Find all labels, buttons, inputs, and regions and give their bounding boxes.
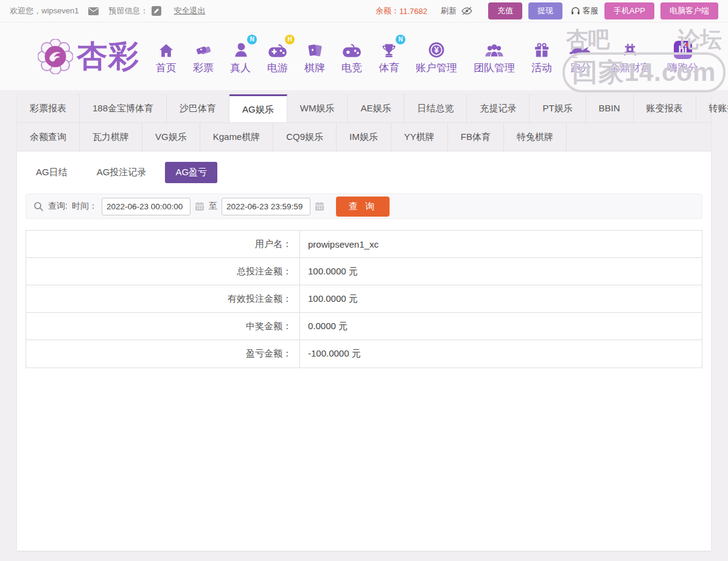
mobile-app-button[interactable]: 手机APP [604, 2, 654, 19]
gift-icon [533, 38, 551, 59]
row-value: 100.0000 元 [300, 258, 702, 285]
nav-item-home[interactable]: 首页 [156, 38, 177, 75]
nav-item-team[interactable]: 团队管理 [474, 38, 515, 75]
table-row: 总投注金额： 100.0000 元 [26, 258, 702, 285]
row-label: 用户名： [26, 231, 300, 257]
tab-vg-entertainment[interactable]: VG娱乐 [142, 123, 200, 151]
tab-yy-boardgames[interactable]: YY棋牌 [391, 123, 448, 151]
ding-icon [621, 38, 639, 59]
envelope-icon[interactable] [88, 7, 99, 15]
query-bar: 查询: 时间： 至 查 询 [26, 193, 702, 219]
nav-item-egames[interactable]: H 电游 [267, 38, 288, 75]
tab-transfer-report[interactable]: 转账报表 [696, 94, 728, 122]
service-label: 客服 [583, 5, 598, 16]
nav-label: 活动 [531, 61, 552, 75]
row-label: 有效投注金额： [26, 285, 300, 312]
tab-cq9-entertainment[interactable]: CQ9娱乐 [273, 123, 337, 151]
tab-wm-entertainment[interactable]: WM娱乐 [287, 94, 348, 122]
main-nav: 首页 彩票 N 真人 H 电游 棋牌 [156, 38, 698, 75]
site-header: 杏彩 首页 彩票 N 真人 H 电游 [0, 23, 728, 90]
trophy-icon: N [380, 38, 398, 59]
logout-link[interactable]: 安全退出 [173, 5, 205, 16]
time-label: 时间： [72, 201, 97, 212]
edit-message-icon[interactable] [152, 6, 161, 16]
tab-pt-entertainment[interactable]: PT娱乐 [530, 94, 586, 122]
tab-188-sports[interactable]: 188金宝博体育 [80, 94, 167, 122]
tab-tetu-boardgames[interactable]: 特兔棋牌 [504, 123, 567, 151]
nav-item-boardgames[interactable]: 棋牌 [304, 38, 325, 75]
tab-deposit-withdraw-log[interactable]: 充提记录 [467, 94, 530, 122]
recharge-button[interactable]: 充值 [488, 2, 522, 19]
query-submit-button[interactable]: 查 询 [336, 197, 390, 217]
refresh-balance-button[interactable]: 刷新 [441, 5, 457, 16]
date-from-input[interactable] [102, 198, 191, 215]
tab-ag-entertainment[interactable]: AG娱乐 [229, 94, 287, 122]
nav-label: 跑分 [570, 61, 591, 75]
subtab-ag-daily[interactable]: AG日结 [26, 162, 78, 183]
row-label: 总投注金额： [26, 258, 300, 285]
nav-label: 金鼎财富 [609, 61, 651, 75]
to-separator: 至 [209, 201, 217, 212]
tab-balance-query[interactable]: 余额查询 [17, 123, 80, 151]
balance-label: 余额： [376, 5, 399, 16]
tab-ae-entertainment[interactable]: AE娱乐 [348, 94, 404, 122]
tab-lottery-report[interactable]: 彩票报表 [17, 94, 80, 122]
table-row: 用户名： prowipseven1_xc [26, 231, 702, 258]
nav-label: 嗨跑分 [667, 61, 698, 75]
tab-saba-sports[interactable]: 沙巴体育 [167, 94, 229, 122]
message-label: 预留信息： [108, 5, 148, 16]
nav-item-account[interactable]: ¥ 账户管理 [416, 38, 457, 75]
site-logo[interactable]: 杏彩 [38, 36, 140, 77]
yuan-coin-icon: ¥ [427, 38, 446, 59]
tab-fb-sports[interactable]: FB体育 [448, 123, 504, 151]
query-label: 查询: [48, 201, 68, 212]
nav-item-paofen[interactable]: 跑分 [569, 38, 593, 75]
balance-value: 11.7682 [399, 7, 427, 16]
customer-service-link[interactable]: 客服 [571, 5, 598, 16]
tab-bbin[interactable]: BBIN [586, 94, 634, 122]
subtab-ag-profit-loss[interactable]: AG盈亏 [165, 162, 217, 183]
report-tabs-row-1: 彩票报表 188金宝博体育 沙巴体育 AG娱乐 WM娱乐 AE娱乐 日结总览 充… [17, 94, 711, 123]
row-value: 100.0000 元 [300, 285, 702, 312]
report-tabs-row-2: 余额查询 瓦力棋牌 VG娱乐 Kgame棋牌 CQ9娱乐 IM娱乐 YY棋牌 F… [17, 123, 711, 152]
calendar-icon[interactable] [195, 201, 205, 211]
nav-item-jinding[interactable]: 金鼎财富 [609, 38, 651, 75]
nav-label: 团队管理 [474, 61, 515, 75]
nav-item-lottery[interactable]: 彩票 [193, 38, 214, 75]
pc-client-button[interactable]: 电脑客户端 [660, 2, 718, 19]
logo-text: 杏彩 [77, 36, 140, 77]
team-icon [485, 38, 504, 59]
subtab-ag-bet-records[interactable]: AG投注记录 [86, 162, 157, 183]
tab-kgame-boardgames[interactable]: Kgame棋牌 [200, 123, 274, 151]
tab-account-change-report[interactable]: 账变报表 [634, 94, 696, 122]
logo-flower-icon [38, 39, 73, 74]
lottery-ticket-icon [194, 38, 212, 59]
table-row: 有效投注金额： 100.0000 元 [26, 285, 702, 313]
rhino-icon [569, 38, 593, 59]
withdraw-button[interactable]: 提现 [528, 2, 562, 19]
nav-item-sports[interactable]: N 体育 [379, 38, 399, 75]
nav-item-esports[interactable]: 电竞 [341, 38, 362, 75]
tab-wali-boardgames[interactable]: 瓦力棋牌 [80, 123, 142, 151]
nav-label: 首页 [156, 61, 177, 75]
tab-im-entertainment[interactable]: IM娱乐 [337, 123, 391, 151]
table-row: 盈亏金额： -100.0000 元 [26, 340, 702, 368]
slots-gamepad-icon: H [268, 38, 287, 59]
nav-item-live[interactable]: N 真人 [230, 38, 251, 75]
esports-gamepad-icon [342, 38, 362, 59]
home-icon [157, 38, 175, 59]
row-value: prowipseven1_xc [300, 231, 702, 257]
cards-icon [306, 38, 324, 59]
nav-label: 真人 [230, 61, 251, 75]
live-person-icon: N [231, 38, 250, 59]
welcome-text: 欢迎您，wipseven1 [10, 5, 79, 16]
nav-label: 体育 [379, 61, 399, 75]
hide-balance-eye-icon[interactable] [461, 7, 472, 15]
table-row: 中奖金额： 0.0000 元 [26, 313, 702, 340]
calendar-icon[interactable] [315, 201, 324, 211]
tab-daily-summary[interactable]: 日结总览 [404, 94, 467, 122]
nav-item-haipaofen[interactable]: hi 嗨跑分 [667, 38, 698, 75]
nav-label: 电竞 [341, 61, 362, 75]
nav-item-promotions[interactable]: 活动 [531, 38, 552, 75]
date-to-input[interactable] [222, 198, 310, 215]
